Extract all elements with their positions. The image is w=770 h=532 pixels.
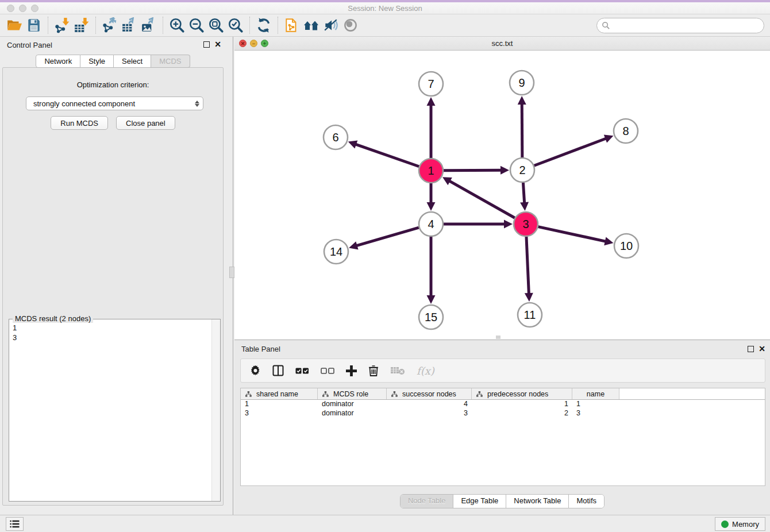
edge-1-2[interactable] [444,170,502,171]
tab-style[interactable]: Style [80,55,114,68]
graph-node-9[interactable]: 9 [510,71,534,95]
tab-network[interactable]: Network [36,55,80,68]
import-table-icon[interactable] [72,16,91,34]
tab-node-table[interactable]: Node Table [401,495,453,508]
edge-2-9[interactable] [522,103,522,157]
graph-node-8[interactable]: 8 [614,119,638,143]
edge-2-8[interactable] [534,138,607,166]
table-cell[interactable]: dominator [318,409,387,418]
run-mcds-button[interactable]: Run MCDS [51,116,108,130]
apply-layout-icon[interactable] [254,16,274,34]
table-tabs: Node TableEdge TableNetwork TableMotifs [400,494,605,508]
zoom-fit-icon[interactable] [206,16,226,34]
column-header-predecessor-nodes[interactable]: predecessor nodes [472,388,572,399]
graph-node-11[interactable]: 11 [518,303,542,327]
canvas-resize-handle[interactable] [496,336,500,339]
tab-network-table[interactable]: Network Table [506,495,568,508]
hide-selected-icon[interactable] [321,16,341,34]
edge-arrow-icon [500,166,509,175]
search-field[interactable] [596,18,764,33]
export-network-icon[interactable] [100,16,120,34]
add-column-icon[interactable] [346,365,357,376]
graph-node-14[interactable]: 14 [324,240,348,264]
table-cell[interactable]: 1 [241,400,318,409]
table-cell[interactable]: 2 [472,409,572,418]
tab-edge-table[interactable]: Edge Table [453,495,506,508]
svg-text:9: 9 [518,76,525,89]
edge-arrow-icon [525,293,533,302]
toolbar-separator [249,17,250,34]
table-cell[interactable]: 1 [472,400,572,409]
graph-node-4[interactable]: 4 [419,212,443,236]
column-header-shared-name[interactable]: shared name [241,388,318,399]
save-session-icon[interactable] [24,16,44,34]
graph-node-1[interactable]: 1 [419,159,443,183]
graph-node-7[interactable]: 7 [419,72,443,96]
result-scrollbar[interactable] [211,319,220,501]
mcds-panel: Optimization criterion: strongly connect… [2,67,224,506]
edge-3-11[interactable] [526,237,529,294]
column-header-successor-nodes[interactable]: successor nodes [387,388,472,399]
float-table-panel-icon[interactable] [748,346,754,352]
table-cell[interactable]: 1 [572,400,619,409]
graph-node-15[interactable]: 15 [419,305,443,329]
criterion-dropdown[interactable]: strongly connected component [26,97,203,110]
zoom-out-icon[interactable] [187,16,206,34]
session-title: Session: New Session [0,4,770,13]
network-graph[interactable]: 7968124314101511 [234,51,769,340]
network-from-file-icon[interactable] [282,16,302,34]
graph-node-6[interactable]: 6 [324,125,348,149]
close-panel-icon[interactable]: ✕ [214,40,221,48]
control-panel-tabs: NetworkStyleSelectMCDS [0,55,226,68]
svg-text:4: 4 [428,218,434,230]
close-table-panel-icon[interactable]: ✕ [759,345,765,353]
tab-mcds[interactable]: MCDS [151,55,190,68]
table-cell[interactable]: 3 [387,409,472,418]
table-cell[interactable]: 3 [241,409,318,418]
table-cell[interactable]: 3 [572,409,619,418]
tab-motifs[interactable]: Motifs [568,495,604,508]
deselect-all-icon[interactable] [321,367,334,375]
task-history-button[interactable] [6,517,24,531]
table-cell[interactable]: dominator [318,400,387,409]
table-cell[interactable]: 4 [387,400,472,409]
tab-select[interactable]: Select [114,55,151,68]
edge-3-1[interactable] [449,181,514,218]
import-network-icon[interactable] [52,16,72,34]
gear-icon[interactable] [250,365,261,376]
open-session-icon[interactable] [5,16,24,34]
panel-splitter-handle[interactable] [229,267,234,278]
graph-node-2[interactable]: 2 [510,158,534,182]
column-header-MCDS-role[interactable]: MCDS role [318,388,387,399]
show-all-icon[interactable] [341,16,360,34]
edge-1-6[interactable] [355,144,419,167]
mcds-result-list[interactable]: 1 3 [9,321,211,501]
table-row[interactable]: 1dominator411 [241,400,765,409]
export-table-icon[interactable] [120,16,139,34]
edge-2-3[interactable] [523,183,524,203]
edge-4-14[interactable] [356,228,419,246]
edge-arrow-icon [504,220,513,229]
zoom-selected-icon[interactable] [226,16,245,34]
network-view-window: ✕ − + scc.txt 7968124314101511 [234,37,770,340]
graph-node-3[interactable]: 3 [514,212,538,236]
svg-text:8: 8 [622,125,629,137]
zoom-in-icon[interactable] [167,16,187,34]
select-all-icon[interactable] [295,367,309,375]
first-neighbors-icon[interactable] [302,16,321,34]
search-input[interactable] [610,20,764,32]
float-panel-icon[interactable] [203,41,210,48]
memory-button[interactable]: Memory [715,517,765,531]
edge-3-10[interactable] [538,227,606,242]
export-image-icon[interactable] [139,16,159,34]
delete-icon[interactable] [368,365,379,376]
column-view-icon[interactable] [272,365,284,376]
network-canvas[interactable]: 7968124314101511 [234,51,770,340]
close-panel-button[interactable]: Close panel [116,116,175,130]
column-header-name[interactable]: name [572,388,619,399]
svg-text:2: 2 [519,164,525,176]
network-window-titlebar[interactable]: ✕ − + scc.txt [234,37,770,51]
table-row[interactable]: 3dominator323 [241,409,765,418]
graph-node-10[interactable]: 10 [614,234,638,258]
svg-text:1: 1 [428,164,434,177]
